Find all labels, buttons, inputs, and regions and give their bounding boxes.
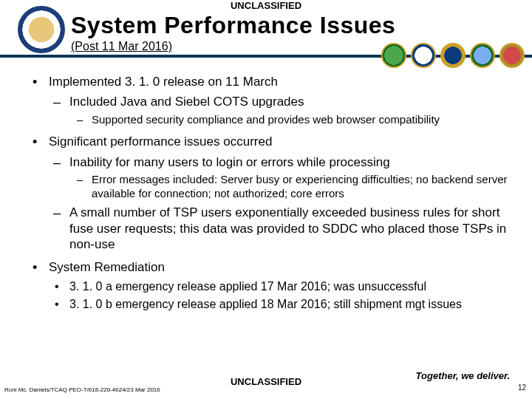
bullet-l3: Error messages included: Server busy or … [69, 173, 511, 201]
bullet-text: System Remediation [49, 260, 165, 274]
badge-icon [440, 43, 466, 68]
bullet-l1: Significant performance issues occurred … [31, 134, 511, 252]
slide: UNCLASSIFIED System Performance Issues (… [0, 0, 532, 399]
content: Implemented 3. 1. 0 release on 11 March … [31, 74, 511, 319]
bullet-text: Error messages included: Server busy or … [92, 173, 508, 200]
bullet-text: Inability for many users to login or err… [69, 155, 390, 169]
footer: Roni Mc. Daniels/TCAQ PEO-T/618-220-4624… [0, 374, 532, 395]
bullet-text: A small number of TSP users exponentiall… [69, 205, 506, 251]
bullet-l2: A small number of TSP users exponentiall… [49, 205, 511, 252]
badge-icon [470, 43, 495, 68]
badge-icon [381, 43, 406, 68]
bullet-text: 3. 1. 0 b emergency release applied 18 M… [69, 298, 462, 310]
bullet-l2: 3. 1. 0 b emergency release applied 18 M… [49, 297, 511, 312]
bullet-text: Implemented 3. 1. 0 release on 11 March [49, 75, 278, 89]
bullet-l2: Inability for many users to login or err… [49, 154, 511, 201]
bullet-text: Significant performance issues occurred [49, 134, 272, 149]
bullet-text: Supported security compliance and provid… [92, 113, 440, 126]
command-seal-icon [18, 6, 65, 53]
bullet-l2: Included Java and Siebel COTS upgrades S… [49, 94, 511, 126]
agency-badges [381, 43, 525, 68]
bullet-text: 3. 1. 0 a emergency release applied 17 M… [69, 280, 426, 293]
badge-icon [411, 43, 436, 68]
bullet-l1: System Remediation 3. 1. 0 a emergency r… [31, 259, 511, 312]
bullet-l3: Supported security compliance and provid… [69, 113, 511, 127]
bullet-text: Included Java and Siebel COTS upgrades [69, 95, 304, 109]
footer-left: Roni Mc. Daniels/TCAQ PEO-T/618-220-4624… [4, 386, 160, 393]
bullet-l2: 3. 1. 0 a emergency release applied 17 M… [49, 279, 511, 294]
page-number: 12 [518, 383, 526, 392]
slide-subtitle: (Post 11 Mar 2016) [71, 40, 172, 53]
bullet-l1: Implemented 3. 1. 0 release on 11 March … [31, 74, 511, 126]
footer-tagline: Together, we deliver. [416, 370, 510, 381]
slide-title: System Performance Issues [71, 12, 395, 39]
badge-icon [499, 43, 525, 68]
